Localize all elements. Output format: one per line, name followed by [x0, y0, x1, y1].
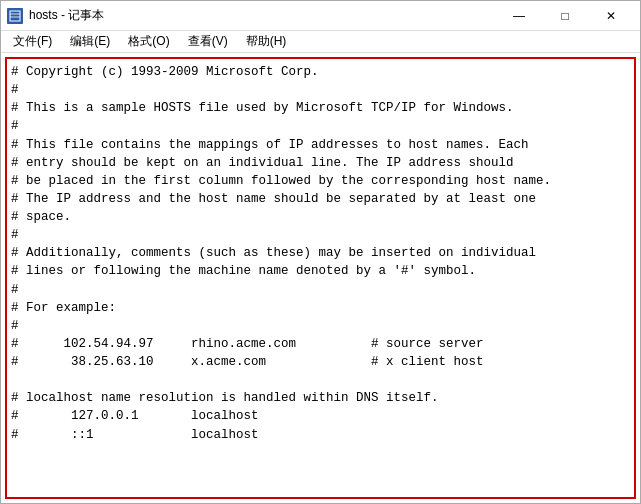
- menu-edit[interactable]: 编辑(E): [62, 31, 118, 52]
- title-bar: hosts - 记事本 — □ ✕: [1, 1, 640, 31]
- menu-format[interactable]: 格式(O): [120, 31, 177, 52]
- svg-rect-0: [7, 8, 23, 24]
- maximize-button[interactable]: □: [542, 5, 588, 27]
- minimize-button[interactable]: —: [496, 5, 542, 27]
- app-icon: [7, 8, 23, 24]
- menu-help[interactable]: 帮助(H): [238, 31, 295, 52]
- menu-view[interactable]: 查看(V): [180, 31, 236, 52]
- text-editor[interactable]: # Copyright (c) 1993-2009 Microsoft Corp…: [5, 57, 636, 499]
- close-button[interactable]: ✕: [588, 5, 634, 27]
- notepad-window: hosts - 记事本 — □ ✕ 文件(F) 编辑(E) 格式(O) 查看(V…: [0, 0, 641, 504]
- title-bar-left: hosts - 记事本: [7, 7, 104, 24]
- window-title: hosts - 记事本: [29, 7, 104, 24]
- content-area: # Copyright (c) 1993-2009 Microsoft Corp…: [1, 53, 640, 503]
- menu-file[interactable]: 文件(F): [5, 31, 60, 52]
- title-bar-controls: — □ ✕: [496, 5, 634, 27]
- menu-bar: 文件(F) 编辑(E) 格式(O) 查看(V) 帮助(H): [1, 31, 640, 53]
